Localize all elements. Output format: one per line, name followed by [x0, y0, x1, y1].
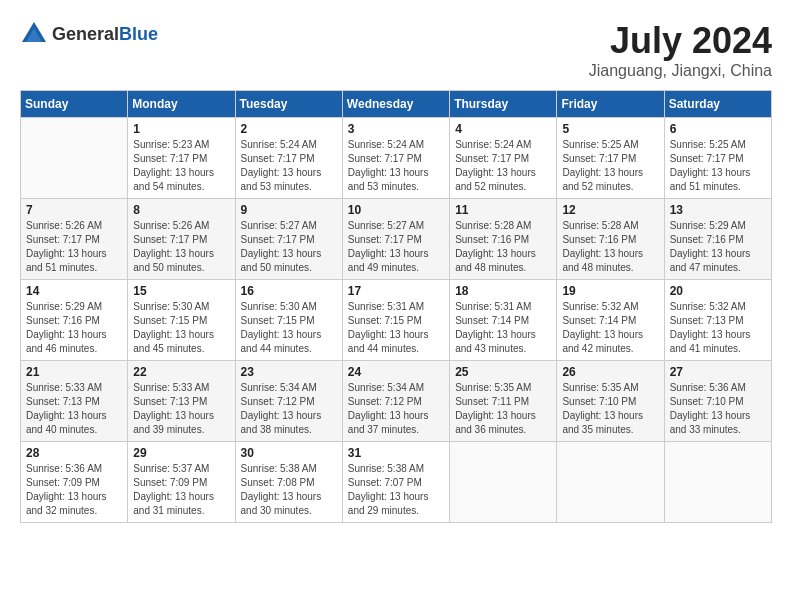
header-sunday: Sunday [21, 91, 128, 118]
calendar-cell [664, 442, 771, 523]
day-number: 6 [670, 122, 766, 136]
day-number: 5 [562, 122, 658, 136]
calendar-location: Jianguang, Jiangxi, China [589, 62, 772, 80]
day-detail: Sunrise: 5:34 AMSunset: 7:12 PMDaylight:… [348, 381, 444, 437]
day-number: 20 [670, 284, 766, 298]
header-wednesday: Wednesday [342, 91, 449, 118]
calendar-cell: 27Sunrise: 5:36 AMSunset: 7:10 PMDayligh… [664, 361, 771, 442]
day-number: 9 [241, 203, 337, 217]
calendar-cell: 6Sunrise: 5:25 AMSunset: 7:17 PMDaylight… [664, 118, 771, 199]
day-number: 28 [26, 446, 122, 460]
day-number: 21 [26, 365, 122, 379]
day-number: 27 [670, 365, 766, 379]
day-number: 25 [455, 365, 551, 379]
calendar-cell: 1Sunrise: 5:23 AMSunset: 7:17 PMDaylight… [128, 118, 235, 199]
calendar-cell: 16Sunrise: 5:30 AMSunset: 7:15 PMDayligh… [235, 280, 342, 361]
calendar-cell: 18Sunrise: 5:31 AMSunset: 7:14 PMDayligh… [450, 280, 557, 361]
calendar-table: Sunday Monday Tuesday Wednesday Thursday… [20, 90, 772, 523]
logo-blue-text: Blue [119, 24, 158, 44]
title-block: July 2024 Jianguang, Jiangxi, China [589, 20, 772, 80]
calendar-cell: 11Sunrise: 5:28 AMSunset: 7:16 PMDayligh… [450, 199, 557, 280]
day-detail: Sunrise: 5:25 AMSunset: 7:17 PMDaylight:… [562, 138, 658, 194]
day-detail: Sunrise: 5:24 AMSunset: 7:17 PMDaylight:… [455, 138, 551, 194]
day-detail: Sunrise: 5:25 AMSunset: 7:17 PMDaylight:… [670, 138, 766, 194]
day-detail: Sunrise: 5:28 AMSunset: 7:16 PMDaylight:… [562, 219, 658, 275]
calendar-cell: 9Sunrise: 5:27 AMSunset: 7:17 PMDaylight… [235, 199, 342, 280]
day-number: 22 [133, 365, 229, 379]
calendar-cell: 10Sunrise: 5:27 AMSunset: 7:17 PMDayligh… [342, 199, 449, 280]
day-detail: Sunrise: 5:24 AMSunset: 7:17 PMDaylight:… [241, 138, 337, 194]
calendar-cell: 7Sunrise: 5:26 AMSunset: 7:17 PMDaylight… [21, 199, 128, 280]
day-detail: Sunrise: 5:32 AMSunset: 7:14 PMDaylight:… [562, 300, 658, 356]
logo: GeneralBlue [20, 20, 158, 48]
day-detail: Sunrise: 5:37 AMSunset: 7:09 PMDaylight:… [133, 462, 229, 518]
calendar-cell: 25Sunrise: 5:35 AMSunset: 7:11 PMDayligh… [450, 361, 557, 442]
day-detail: Sunrise: 5:31 AMSunset: 7:15 PMDaylight:… [348, 300, 444, 356]
calendar-week-row: 1Sunrise: 5:23 AMSunset: 7:17 PMDaylight… [21, 118, 772, 199]
calendar-cell: 2Sunrise: 5:24 AMSunset: 7:17 PMDaylight… [235, 118, 342, 199]
day-detail: Sunrise: 5:38 AMSunset: 7:07 PMDaylight:… [348, 462, 444, 518]
logo-icon [20, 20, 48, 48]
day-number: 26 [562, 365, 658, 379]
day-detail: Sunrise: 5:31 AMSunset: 7:14 PMDaylight:… [455, 300, 551, 356]
calendar-cell: 21Sunrise: 5:33 AMSunset: 7:13 PMDayligh… [21, 361, 128, 442]
calendar-cell: 5Sunrise: 5:25 AMSunset: 7:17 PMDaylight… [557, 118, 664, 199]
day-number: 15 [133, 284, 229, 298]
header-saturday: Saturday [664, 91, 771, 118]
day-number: 7 [26, 203, 122, 217]
day-detail: Sunrise: 5:27 AMSunset: 7:17 PMDaylight:… [348, 219, 444, 275]
calendar-title: July 2024 [589, 20, 772, 62]
calendar-cell: 17Sunrise: 5:31 AMSunset: 7:15 PMDayligh… [342, 280, 449, 361]
calendar-cell: 22Sunrise: 5:33 AMSunset: 7:13 PMDayligh… [128, 361, 235, 442]
day-detail: Sunrise: 5:24 AMSunset: 7:17 PMDaylight:… [348, 138, 444, 194]
calendar-week-row: 21Sunrise: 5:33 AMSunset: 7:13 PMDayligh… [21, 361, 772, 442]
day-number: 11 [455, 203, 551, 217]
calendar-cell: 28Sunrise: 5:36 AMSunset: 7:09 PMDayligh… [21, 442, 128, 523]
calendar-cell [21, 118, 128, 199]
calendar-cell: 3Sunrise: 5:24 AMSunset: 7:17 PMDaylight… [342, 118, 449, 199]
day-detail: Sunrise: 5:34 AMSunset: 7:12 PMDaylight:… [241, 381, 337, 437]
day-number: 24 [348, 365, 444, 379]
day-detail: Sunrise: 5:35 AMSunset: 7:11 PMDaylight:… [455, 381, 551, 437]
day-number: 23 [241, 365, 337, 379]
day-detail: Sunrise: 5:32 AMSunset: 7:13 PMDaylight:… [670, 300, 766, 356]
day-number: 30 [241, 446, 337, 460]
day-number: 13 [670, 203, 766, 217]
day-detail: Sunrise: 5:36 AMSunset: 7:09 PMDaylight:… [26, 462, 122, 518]
day-detail: Sunrise: 5:26 AMSunset: 7:17 PMDaylight:… [26, 219, 122, 275]
day-detail: Sunrise: 5:35 AMSunset: 7:10 PMDaylight:… [562, 381, 658, 437]
calendar-cell: 19Sunrise: 5:32 AMSunset: 7:14 PMDayligh… [557, 280, 664, 361]
day-number: 29 [133, 446, 229, 460]
calendar-cell: 29Sunrise: 5:37 AMSunset: 7:09 PMDayligh… [128, 442, 235, 523]
day-number: 8 [133, 203, 229, 217]
calendar-cell: 4Sunrise: 5:24 AMSunset: 7:17 PMDaylight… [450, 118, 557, 199]
day-detail: Sunrise: 5:26 AMSunset: 7:17 PMDaylight:… [133, 219, 229, 275]
calendar-cell: 15Sunrise: 5:30 AMSunset: 7:15 PMDayligh… [128, 280, 235, 361]
calendar-cell: 23Sunrise: 5:34 AMSunset: 7:12 PMDayligh… [235, 361, 342, 442]
day-detail: Sunrise: 5:23 AMSunset: 7:17 PMDaylight:… [133, 138, 229, 194]
day-detail: Sunrise: 5:29 AMSunset: 7:16 PMDaylight:… [670, 219, 766, 275]
day-detail: Sunrise: 5:30 AMSunset: 7:15 PMDaylight:… [133, 300, 229, 356]
day-number: 16 [241, 284, 337, 298]
day-number: 2 [241, 122, 337, 136]
calendar-week-row: 14Sunrise: 5:29 AMSunset: 7:16 PMDayligh… [21, 280, 772, 361]
day-number: 1 [133, 122, 229, 136]
calendar-cell: 8Sunrise: 5:26 AMSunset: 7:17 PMDaylight… [128, 199, 235, 280]
day-detail: Sunrise: 5:38 AMSunset: 7:08 PMDaylight:… [241, 462, 337, 518]
day-detail: Sunrise: 5:28 AMSunset: 7:16 PMDaylight:… [455, 219, 551, 275]
weekday-header-row: Sunday Monday Tuesday Wednesday Thursday… [21, 91, 772, 118]
calendar-week-row: 7Sunrise: 5:26 AMSunset: 7:17 PMDaylight… [21, 199, 772, 280]
day-number: 19 [562, 284, 658, 298]
day-detail: Sunrise: 5:33 AMSunset: 7:13 PMDaylight:… [26, 381, 122, 437]
calendar-week-row: 28Sunrise: 5:36 AMSunset: 7:09 PMDayligh… [21, 442, 772, 523]
day-number: 14 [26, 284, 122, 298]
day-number: 18 [455, 284, 551, 298]
calendar-cell: 12Sunrise: 5:28 AMSunset: 7:16 PMDayligh… [557, 199, 664, 280]
day-number: 3 [348, 122, 444, 136]
page-header: GeneralBlue July 2024 Jianguang, Jiangxi… [20, 20, 772, 80]
day-number: 31 [348, 446, 444, 460]
calendar-cell [557, 442, 664, 523]
day-number: 17 [348, 284, 444, 298]
header-tuesday: Tuesday [235, 91, 342, 118]
logo-general-text: General [52, 24, 119, 44]
